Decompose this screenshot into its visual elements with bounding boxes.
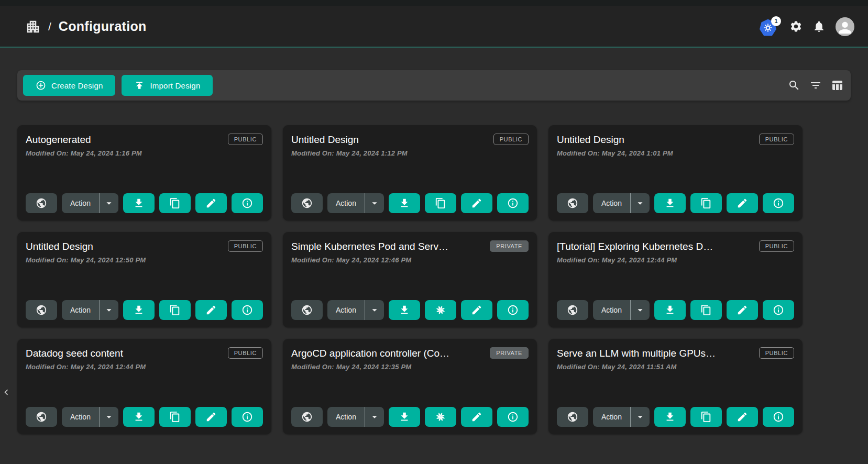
design-title: [Tutorial] Exploring Kubernetes D… [557,239,753,252]
download-design-button[interactable] [654,300,686,320]
visibility-globe-button[interactable] [26,407,57,427]
action-dropdown-toggle[interactable] [365,411,384,423]
chevron-down-icon [369,304,380,316]
visibility-globe-button[interactable] [557,407,588,427]
edit-design-button[interactable] [727,193,758,213]
clone-icon [169,197,181,209]
visibility-globe-button[interactable] [26,193,57,213]
table-view-button[interactable] [831,79,843,92]
action-split-button[interactable]: Action [593,300,650,320]
edit-design-button[interactable] [461,193,492,213]
design-card: Simple Kubernetes Pod and Serv… PRIVATE … [283,232,537,327]
pencil-icon [737,197,748,209]
edit-design-button[interactable] [195,300,227,320]
design-card: Untitled Design PUBLIC Modified On: May … [17,232,271,327]
action-split-button[interactable]: Action [327,193,384,213]
notifications-button[interactable] [812,20,826,33]
design-info-button[interactable] [497,300,529,320]
open-in-kanvas-button[interactable] [425,407,456,427]
action-split-button[interactable]: Action [62,300,118,320]
visibility-globe-button[interactable] [26,300,57,320]
edit-design-button[interactable] [195,407,227,427]
bell-icon [812,20,826,33]
download-design-button[interactable] [389,300,420,320]
settings-button[interactable] [789,20,803,33]
action-dropdown-toggle[interactable] [100,411,118,423]
design-title: Untitled Design [26,239,222,252]
globe-icon [567,197,578,209]
download-design-button[interactable] [123,193,155,213]
action-dropdown-toggle[interactable] [631,197,650,209]
action-dropdown-toggle[interactable] [100,197,118,209]
download-design-button[interactable] [389,193,420,213]
action-dropdown-toggle[interactable] [365,304,384,316]
action-button-label: Action [327,413,365,421]
designs-grid: Autogenerated PUBLIC Modified On: May 24… [17,125,803,434]
chevron-down-icon [103,197,115,209]
action-split-button[interactable]: Action [327,300,384,320]
info-icon [507,197,519,209]
design-info-button[interactable] [232,300,263,320]
action-split-button[interactable]: Action [593,193,650,213]
design-info-button[interactable] [763,193,794,213]
design-info-button[interactable] [763,407,794,427]
design-title: Serve an LLM with multiple GPUs… [557,346,753,359]
download-design-button[interactable] [654,407,686,427]
edit-design-button[interactable] [727,300,758,320]
action-dropdown-toggle[interactable] [631,411,650,423]
action-split-button[interactable]: Action [62,193,118,213]
pencil-icon [205,411,217,423]
filter-button[interactable] [809,79,822,92]
design-info-button[interactable] [497,193,529,213]
design-info-button[interactable] [232,193,263,213]
design-card: Serve an LLM with multiple GPUs… PUBLIC … [548,339,803,434]
edit-design-button[interactable] [461,300,492,320]
chevron-down-icon [634,411,646,423]
clone-design-button[interactable] [690,300,722,320]
action-split-button[interactable]: Action [593,407,650,427]
page-title: Configuration [59,19,147,34]
clone-design-button[interactable] [159,407,191,427]
download-design-button[interactable] [654,193,686,213]
clone-design-button[interactable] [690,193,722,213]
user-avatar[interactable] [836,17,854,36]
clone-design-button[interactable] [159,300,191,320]
action-dropdown-toggle[interactable] [365,197,384,209]
import-design-button[interactable]: Import Design [122,75,213,96]
info-icon [773,411,784,423]
design-info-button[interactable] [497,407,529,427]
pencil-icon [471,411,482,423]
visibility-globe-button[interactable] [291,407,323,427]
design-card: Untitled Design PUBLIC Modified On: May … [283,125,537,220]
modified-on-text: Modified On: May 24, 2024 1:16 PM [26,149,263,157]
create-design-button[interactable]: Create Design [23,75,115,96]
edit-design-button[interactable] [195,193,227,213]
edit-design-button[interactable] [727,407,758,427]
visibility-globe-button[interactable] [557,193,588,213]
clone-design-button[interactable] [425,193,456,213]
organization-breadcrumb-link[interactable]: / [25,18,51,36]
visibility-globe-button[interactable] [291,193,323,213]
visibility-globe-button[interactable] [557,300,588,320]
action-split-button[interactable]: Action [62,407,118,427]
action-split-button[interactable]: Action [327,407,384,427]
edit-design-button[interactable] [461,407,492,427]
chevron-down-icon [634,197,646,209]
sidebar-expand-toggle[interactable] [1,384,12,401]
design-info-button[interactable] [763,300,794,320]
action-dropdown-toggle[interactable] [100,304,118,316]
open-in-kanvas-button[interactable] [425,300,456,320]
download-design-button[interactable] [123,300,155,320]
download-design-button[interactable] [389,407,420,427]
search-button[interactable] [788,79,800,92]
visibility-globe-button[interactable] [291,300,323,320]
download-design-button[interactable] [123,407,155,427]
kubernetes-context-button[interactable]: 1 [760,17,779,36]
clone-design-button[interactable] [159,193,191,213]
building-icon [25,18,41,36]
add-circle-icon [36,80,46,91]
clone-design-button[interactable] [690,407,722,427]
design-info-button[interactable] [232,407,263,427]
action-dropdown-toggle[interactable] [631,304,650,316]
action-button-label: Action [62,306,99,314]
